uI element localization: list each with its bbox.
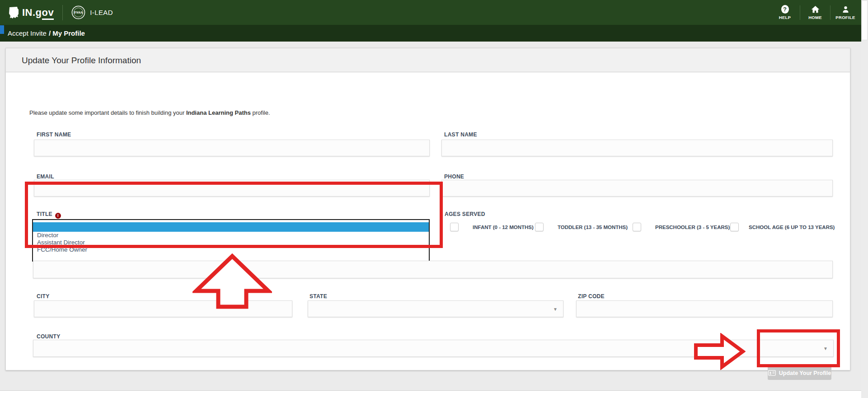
- profile-icon: [842, 5, 849, 14]
- header-divider: [62, 5, 63, 20]
- ingov-logo-text: IN.gov: [22, 7, 54, 19]
- home-icon: [811, 5, 820, 14]
- county-label: COUNTY: [37, 333, 60, 340]
- first-name-input[interactable]: [34, 140, 430, 156]
- top-nav: ? HELP HOME PROFILE: [771, 0, 859, 25]
- email-input[interactable]: [34, 180, 430, 197]
- svg-text:FSSA: FSSA: [74, 11, 83, 14]
- breadcrumb-parent[interactable]: Accept Invite: [8, 29, 47, 37]
- last-name-label: LAST NAME: [444, 131, 477, 138]
- scrollbar-thumb[interactable]: [862, 0, 868, 40]
- title-option-empty[interactable]: [33, 222, 429, 232]
- ingov-logo[interactable]: IN.gov: [8, 6, 54, 19]
- state-label: STATE: [310, 293, 327, 300]
- breadcrumb: Accept Invite/ My Profile: [0, 25, 861, 42]
- email-label: EMAIL: [37, 173, 54, 180]
- checkbox-preschooler[interactable]: [633, 223, 641, 231]
- update-profile-button[interactable]: Update Your Profile: [768, 366, 831, 380]
- page-scrollbar[interactable]: [861, 0, 868, 398]
- zip-input[interactable]: [576, 300, 833, 317]
- title-option-fcc-home-owner[interactable]: FCC/Home Owner: [33, 246, 429, 253]
- checkbox-toddler[interactable]: [535, 223, 544, 231]
- profile-card: Update Your Profile Information Please u…: [5, 48, 850, 370]
- age-option-preschooler[interactable]: PRESCHOOLER (3 - 5 YEARS): [633, 223, 730, 231]
- state-select[interactable]: ▼: [308, 300, 563, 317]
- county-select[interactable]: ▼: [33, 340, 834, 357]
- phone-label: PHONE: [444, 173, 464, 180]
- checkbox-school-age[interactable]: [730, 223, 739, 231]
- profile-form: Please update some important details to …: [6, 72, 850, 370]
- last-name-input[interactable]: [441, 140, 833, 156]
- footer: [0, 390, 861, 398]
- address-input[interactable]: [33, 261, 833, 278]
- title-label: TITLE!: [37, 211, 61, 219]
- app-name: I-LEAD: [90, 9, 113, 16]
- title-option-director[interactable]: Director: [33, 232, 429, 239]
- indiana-state-icon: [8, 6, 19, 19]
- chevron-down-icon: ▼: [823, 346, 828, 351]
- intro-text: Please update some important details to …: [29, 109, 270, 116]
- help-icon: ?: [781, 5, 789, 14]
- phone-input[interactable]: [441, 180, 833, 197]
- checkbox-infant[interactable]: [450, 223, 459, 231]
- card-header: Update Your Profile Information: [6, 48, 850, 72]
- nav-divider: [830, 5, 830, 20]
- skip-link-chip: [0, 25, 4, 34]
- title-option-assistant-director[interactable]: Assistant Director: [33, 239, 429, 246]
- age-option-school-age[interactable]: SCHOOL AGE (6 UP TO 13 YEARS): [730, 223, 835, 231]
- ages-served-label: AGES SERVED: [445, 211, 485, 217]
- title-listbox[interactable]: Director Assistant Director FCC/Home Own…: [32, 219, 430, 262]
- page: IN.gov FSSA I-LEAD ? HELP HOME: [0, 0, 868, 398]
- nav-help[interactable]: ? HELP: [771, 5, 799, 20]
- city-label: CITY: [37, 293, 50, 300]
- required-icon: !: [55, 213, 61, 219]
- chevron-down-icon: ▼: [553, 307, 558, 312]
- first-name-label: FIRST NAME: [37, 131, 71, 138]
- logo-group: IN.gov FSSA I-LEAD: [8, 0, 113, 25]
- city-input[interactable]: [34, 300, 292, 317]
- nav-divider: [800, 5, 800, 20]
- top-header-bar: IN.gov FSSA I-LEAD ? HELP HOME: [0, 0, 861, 25]
- nav-profile[interactable]: PROFILE: [831, 5, 859, 20]
- breadcrumb-current: / My Profile: [49, 29, 85, 37]
- age-option-infant[interactable]: INFANT (0 - 12 MONTHS): [450, 223, 534, 231]
- nav-home[interactable]: HOME: [801, 5, 829, 20]
- page-title: Update Your Profile Information: [6, 48, 850, 72]
- fssa-seal-icon: FSSA: [71, 5, 85, 19]
- age-option-toddler[interactable]: TODDLER (13 - 35 MONTHS): [535, 223, 628, 231]
- zip-label: ZIP CODE: [578, 293, 605, 300]
- id-card-icon: [768, 370, 776, 376]
